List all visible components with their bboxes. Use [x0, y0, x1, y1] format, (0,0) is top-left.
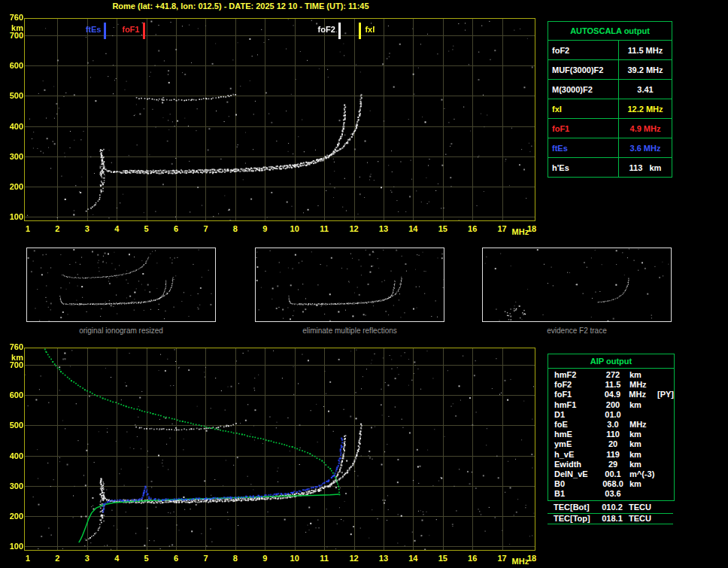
aip-param-note: [658, 479, 674, 489]
aip-param-value: 04.9: [596, 390, 629, 399]
x-axis-tick: 15: [435, 554, 451, 563]
aip-param-note: [658, 439, 674, 449]
x-axis-tick: 13: [375, 554, 392, 563]
aip-row: Ewidth29km: [548, 460, 674, 469]
aip-param-value: 010.2: [596, 503, 629, 513]
y-axis-unit-label: km: [3, 353, 23, 362]
x-axis-unit-label: MHz: [512, 557, 529, 566]
y-axis-tick: 100: [3, 212, 23, 221]
aip-param-note: [658, 420, 674, 430]
autoscala-row-label: M(3000)F2: [548, 80, 619, 99]
aip-param-unit: [629, 410, 658, 420]
thumb-eliminate-canvas: [256, 248, 444, 321]
autoscala-row-label: foF2: [548, 41, 619, 60]
y-axis-tick: 200: [3, 182, 23, 191]
aip-row: foF104.9MHz[PY]: [548, 390, 674, 399]
x-axis-tick: 14: [405, 554, 421, 563]
aip-param-unit: TECU: [629, 503, 657, 513]
x-axis-tick: 10: [287, 224, 303, 233]
aip-param-name: TEC[Bot]: [554, 503, 596, 513]
x-axis-tick: 16: [464, 224, 481, 233]
autoscala-row-label: fxI: [548, 99, 619, 119]
x-axis-tick: 11: [316, 554, 332, 563]
legend-label-fof2: foF2: [301, 25, 335, 34]
autoscala-row-label: ftEs: [548, 138, 619, 158]
x-axis-tick: 15: [435, 224, 451, 233]
aip-param-note: [658, 460, 674, 469]
autoscala-output-table: AUTOSCALA output foF211.5 MHzMUF(3000)F2…: [548, 21, 672, 178]
y-axis-tick: 500: [3, 421, 23, 430]
aip-param-value: 110: [596, 430, 629, 439]
profile-canvas-bottom: [25, 348, 535, 550]
aip-row: B0068.0km: [548, 479, 674, 489]
x-axis-tick: 9: [256, 224, 273, 233]
aip-param-unit: km: [629, 439, 658, 449]
legend-label-fof1: foF1: [105, 25, 140, 34]
aip-param-value: 03.6: [596, 489, 629, 499]
aip-param-name: DelN_vE: [554, 469, 596, 479]
y-axis-tick: 600: [3, 390, 23, 399]
aip-param-name: h_vE: [554, 450, 596, 460]
autoscala-row-value: 12.2 MHz: [619, 99, 672, 119]
aip-param-unit: TECU: [629, 514, 657, 524]
thumb-caption-eliminate: eliminate multiple reflections: [255, 327, 444, 335]
aip-param-note: [657, 503, 673, 513]
x-axis-tick: 13: [375, 224, 392, 233]
aip-param-unit: km: [629, 400, 658, 410]
autoscala-row: M(3000)F23.41: [548, 80, 672, 99]
aip-row: DelN_vE00.1m^(-3): [548, 469, 674, 479]
x-axis-tick: 7: [197, 224, 214, 233]
y-axis-tick: 300: [3, 152, 23, 161]
legend-label-ftes: ftEs: [66, 25, 101, 34]
autoscala-row-label: foF1: [548, 119, 619, 138]
aip-row: TEC[Bot]010.2TECU: [548, 503, 673, 514]
legend-marker-line-fof1: [143, 23, 145, 39]
aip-param-note: [658, 430, 674, 439]
y-axis-top-tick: 760: [3, 342, 23, 351]
x-axis-tick: 14: [405, 224, 421, 233]
aip-row: foE3.0MHz: [548, 420, 674, 430]
autoscala-row: fxI12.2 MHz: [548, 99, 672, 119]
x-axis-tick: 8: [227, 554, 244, 563]
x-axis-tick: 4: [108, 224, 125, 233]
aip-param-unit: km: [629, 430, 658, 439]
thumb-caption-original: original ionogram resized: [26, 327, 216, 335]
aip-row: foF211.5MHz: [548, 380, 674, 390]
aip-param-note: [PY]: [657, 390, 674, 399]
aip-param-unit: MHz: [629, 380, 658, 390]
aip-param-name: hmF1: [554, 400, 596, 410]
aip-param-unit: km: [629, 479, 658, 489]
page-title: Rome (lat: +41.8, lon: 012.5) - DATE: 20…: [0, 2, 481, 11]
autoscala-row: MUF(3000)F239.2 MHz: [548, 60, 672, 80]
profile-plot-bottom: [24, 348, 535, 551]
y-axis-tick: 100: [3, 542, 23, 551]
autoscala-table-header: AUTOSCALA output: [548, 22, 672, 41]
aip-param-note: [658, 489, 674, 499]
thumb-original-canvas: [27, 248, 215, 321]
x-axis-tick: 3: [79, 554, 96, 563]
x-axis-tick: 17: [494, 224, 511, 233]
aip-param-name: foF2: [554, 380, 596, 390]
y-axis-top-tick: 760: [3, 13, 23, 22]
thumb-original-ionogram: [26, 248, 216, 322]
aip-param-name: hmF2: [554, 370, 596, 380]
x-axis-tick: 6: [168, 554, 184, 563]
y-axis-tick: 500: [3, 91, 23, 100]
aip-param-note: [658, 380, 674, 390]
x-axis-tick: 9: [256, 554, 273, 563]
aip-param-value: 018.1: [596, 514, 629, 524]
y-axis-tick: 600: [3, 61, 23, 70]
x-axis-tick: 12: [346, 554, 362, 563]
aip-tec-section: TEC[Bot]010.2TECUTEC[Top]018.1TECU: [548, 503, 673, 524]
aip-param-name: D1: [554, 410, 596, 420]
aip-param-value: 3.0: [596, 420, 629, 430]
x-axis-tick: 11: [316, 224, 332, 233]
aip-param-value: 200: [596, 400, 629, 410]
x-axis-tick: 8: [227, 224, 244, 233]
aip-param-value: 068.0: [596, 479, 629, 489]
aip-param-value: 11.5: [596, 380, 629, 390]
aip-row: hmF2272km: [548, 370, 674, 380]
aip-row: B103.6: [548, 489, 674, 499]
autoscala-row-value: 3.41: [619, 80, 672, 99]
aip-param-name: Ewidth: [554, 460, 596, 469]
